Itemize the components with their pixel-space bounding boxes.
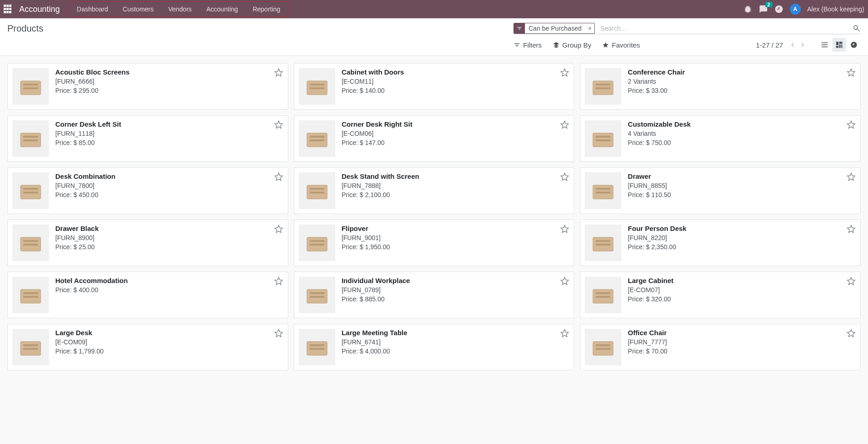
product-card[interactable]: Four Person Desk [FURN_8220] Price: $ 2,…: [580, 219, 861, 266]
product-body: Individual Workplace [FURN_0789] Price: …: [342, 277, 570, 313]
product-card[interactable]: Acoustic Bloc Screens [FURN_6666] Price:…: [7, 63, 288, 110]
product-name: Large Desk: [55, 329, 283, 337]
pager-prev-icon[interactable]: [789, 41, 797, 49]
product-image: [585, 225, 621, 261]
product-price: Price: $ 25.00: [55, 243, 283, 251]
product-card[interactable]: Corner Desk Right Sit [E-COM06] Price: $…: [294, 115, 575, 162]
svg-rect-46: [23, 344, 38, 346]
svg-rect-25: [596, 188, 610, 190]
product-card[interactable]: Drawer Black [FURN_8900] Price: $ 25.00: [7, 219, 288, 266]
product-price: Price: $ 33.00: [628, 87, 856, 94]
product-image: [12, 277, 49, 313]
svg-rect-2: [23, 87, 38, 89]
product-name: Four Person Desk: [628, 225, 856, 232]
product-card[interactable]: Cabinet with Doors [E-COM11] Price: $ 14…: [294, 63, 575, 110]
menu-customers[interactable]: Customers: [116, 2, 161, 16]
user-name[interactable]: Alex (Book keeping): [807, 5, 864, 13]
star-icon[interactable]: [847, 329, 856, 338]
bug-icon[interactable]: [743, 5, 752, 14]
product-body: Four Person Desk [FURN_8220] Price: $ 2,…: [628, 225, 856, 261]
product-card[interactable]: Office Chair [FURN_7777] Price: $ 70.00: [580, 324, 861, 370]
product-ref: [FURN_6666]: [55, 78, 283, 85]
svg-rect-47: [23, 348, 38, 350]
product-image: [299, 120, 335, 157]
product-price: Price: $ 295.00: [55, 87, 283, 94]
product-price: Price: $ 750.00: [628, 139, 856, 146]
svg-rect-53: [596, 348, 610, 350]
favorites-button[interactable]: Favorites: [602, 38, 640, 52]
svg-rect-31: [310, 240, 324, 242]
star-icon[interactable]: [847, 172, 856, 182]
product-ref: [E-COM09]: [55, 338, 283, 346]
star-icon[interactable]: [560, 120, 569, 129]
star-icon[interactable]: [847, 68, 856, 77]
product-card[interactable]: Large Desk [E-COM09] Price: $ 1,799.00: [7, 324, 288, 370]
search-input[interactable]: [598, 23, 849, 34]
star-icon[interactable]: [274, 120, 283, 129]
star-icon[interactable]: [847, 277, 856, 286]
product-card[interactable]: Corner Desk Left Sit [FURN_1118] Price: …: [7, 115, 288, 162]
pager-text: 1-27 / 27: [756, 41, 783, 49]
menu-vendors[interactable]: Vendors: [161, 2, 199, 16]
product-name: Large Meeting Table: [342, 329, 570, 337]
product-ref: [FURN_0789]: [342, 286, 570, 294]
star-icon[interactable]: [560, 329, 569, 338]
activity-view-button[interactable]: [847, 38, 861, 52]
product-name: Customizable Desk: [628, 120, 856, 128]
product-card[interactable]: Drawer [FURN_8855] Price: $ 110.50: [580, 167, 861, 214]
favorites-label: Favorites: [612, 41, 640, 49]
product-price: Price: $ 140.00: [342, 87, 570, 94]
svg-rect-52: [596, 344, 610, 346]
product-card[interactable]: Conference Chair 2 Variants Price: $ 33.…: [580, 63, 861, 110]
product-card[interactable]: Hotel Accommodation Price: $ 400.00: [7, 272, 288, 318]
product-name: Cabinet with Doors: [342, 68, 570, 76]
star-icon[interactable]: [560, 225, 569, 234]
product-image: [585, 277, 621, 313]
product-body: Large Cabinet [E-COM07] Price: $ 320.00: [628, 277, 856, 313]
product-card[interactable]: Large Meeting Table [FURN_6741] Price: $…: [294, 324, 575, 370]
star-icon[interactable]: [274, 68, 283, 77]
menu-dashboard[interactable]: Dashboard: [69, 2, 116, 16]
product-price: Price: $ 1,950.00: [342, 243, 570, 251]
product-card[interactable]: Large Cabinet [E-COM07] Price: $ 320.00: [580, 272, 861, 318]
product-card[interactable]: Individual Workplace [FURN_0789] Price: …: [294, 272, 575, 318]
groupby-button[interactable]: Group By: [553, 38, 591, 52]
product-card[interactable]: Desk Combination [FURN_7800] Price: $ 45…: [7, 167, 288, 214]
product-price: Price: $ 320.00: [628, 295, 856, 303]
product-card[interactable]: Flipover [FURN_9001] Price: $ 1,950.00: [294, 219, 575, 266]
kanban-view-button[interactable]: [832, 38, 846, 52]
svg-rect-16: [596, 136, 610, 138]
main-menu: Dashboard Customers Vendors Accounting R…: [69, 1, 288, 17]
star-icon[interactable]: [847, 225, 856, 234]
product-name: Conference Chair: [628, 68, 856, 76]
product-body: Hotel Accommodation Price: $ 400.00: [55, 277, 283, 313]
avatar[interactable]: A: [790, 4, 801, 15]
apps-icon[interactable]: [4, 5, 13, 14]
star-icon[interactable]: [274, 225, 283, 234]
menu-accounting[interactable]: Accounting: [199, 2, 245, 16]
menu-reporting[interactable]: Reporting: [245, 2, 288, 16]
star-icon[interactable]: [560, 277, 569, 286]
list-view-button[interactable]: [818, 38, 831, 52]
product-ref: [E-COM06]: [342, 130, 570, 137]
conversations-button[interactable]: 2: [759, 5, 768, 14]
star-icon[interactable]: [274, 277, 283, 286]
star-icon[interactable]: [274, 329, 283, 338]
star-icon[interactable]: [274, 172, 283, 182]
pager-next-icon[interactable]: [799, 41, 807, 49]
star-icon[interactable]: [560, 172, 569, 182]
product-card[interactable]: Desk Stand with Screen [FURN_7888] Price…: [294, 167, 575, 214]
page-title: Products: [7, 23, 43, 34]
facet-remove[interactable]: ×: [585, 25, 594, 32]
product-card[interactable]: Customizable Desk 4 Variants Price: $ 75…: [580, 115, 861, 162]
search-icon[interactable]: [852, 24, 861, 32]
activity-icon[interactable]: [774, 5, 783, 14]
product-name: Drawer: [628, 172, 856, 180]
star-icon[interactable]: [560, 68, 569, 77]
star-icon[interactable]: [847, 120, 856, 129]
filters-button[interactable]: Filters: [513, 38, 542, 52]
svg-rect-14: [310, 139, 324, 141]
facet-label: Can be Purchased: [525, 24, 585, 33]
product-price: Price: $ 885.00: [342, 295, 570, 303]
app-brand[interactable]: Accounting: [19, 5, 60, 14]
